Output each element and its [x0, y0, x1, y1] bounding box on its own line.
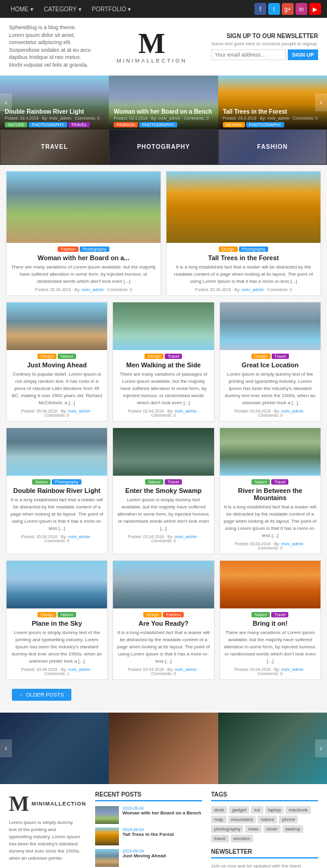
newsletter-email-input[interactable] [211, 49, 286, 60]
category-fashion[interactable]: FASHION [218, 129, 327, 165]
tag-fashion-ayr[interactable]: Fashion [163, 612, 184, 617]
recent-posts-title: RECENT POSTS [95, 791, 202, 801]
featured-2-tags: Design Photography [170, 246, 317, 252]
tag-travel-bio[interactable]: Travel [271, 612, 288, 617]
footer-right: TAGS desk gadget ice laptop macbook map … [211, 791, 318, 868]
twitter-icon[interactable]: t [268, 3, 280, 15]
mw-author[interactable]: mxlv_admin [175, 409, 197, 413]
tag-macbook[interactable]: macbook [285, 806, 310, 814]
tag-travel[interactable]: TRAVEL [68, 122, 90, 127]
gi-author[interactable]: mxlv_admin [281, 409, 303, 413]
nav-portfolio[interactable]: PORTFOLIO ▾ [87, 0, 136, 18]
slider-next-button[interactable]: › [315, 93, 327, 111]
category-travel[interactable]: TRAVEL [0, 129, 109, 165]
gallery-prev-button[interactable]: ‹ [0, 739, 12, 757]
author-link[interactable]: mxlv_admin [81, 288, 103, 292]
tag-design-ps[interactable]: Design [37, 612, 56, 617]
blog-card-great-ice: Design Travel Great Ice Location Lorem i… [219, 302, 321, 421]
instagram-icon[interactable]: in [295, 3, 307, 15]
tag-design-mw[interactable]: Design [144, 354, 164, 359]
youtube-icon[interactable]: ▶ [309, 3, 321, 15]
tag-fashion-f1[interactable]: Fashion [58, 246, 78, 252]
river-mountains-meta: Posted: 03.04.2016 · By: mxlv_admin · Co… [224, 542, 317, 550]
river-mountains-image [220, 428, 320, 476]
google-plus-icon[interactable]: g+ [282, 3, 294, 15]
tag-nature-rm[interactable]: Nature [251, 479, 270, 485]
tag-nature-bio[interactable]: Nature [251, 612, 270, 617]
are-you-ready-excerpt: It is a long established fact that a rea… [117, 629, 210, 665]
tag-swamp[interactable]: swamp [282, 825, 303, 833]
ayr-author[interactable]: mxlv_admin [175, 667, 197, 672]
ss-author[interactable]: mxlv_admin [175, 535, 197, 539]
bring-it-on-excerpt: There are many variations of Lorem ipsum… [224, 629, 317, 665]
tag-relax[interactable]: relax [245, 825, 261, 833]
tag-design-f2[interactable]: Design [219, 246, 238, 252]
slide-2-title: Woman with her Board on a Bench [114, 108, 213, 115]
rainbow-river-body: Nature Photography Double Rainbow River … [7, 476, 107, 547]
tag-nature[interactable]: nature [257, 816, 277, 823]
rr-author[interactable]: mxlv_admin [68, 535, 90, 539]
tag-design-gi[interactable]: Design [251, 354, 271, 359]
great-ice-tags: Design Travel [224, 354, 317, 359]
featured-row: Fashion Photography Woman with her Board… [6, 171, 321, 296]
tag-photo2[interactable]: PHOTOGRAPHY [246, 122, 284, 127]
tag-nature-rr[interactable]: Nature [32, 479, 51, 485]
nav-category[interactable]: CATEGORY ▾ [39, 0, 86, 18]
tag-phone[interactable]: phone [279, 816, 298, 823]
tag-travel-ss[interactable]: Travel [165, 479, 182, 485]
tag-nature-ss[interactable]: Nature [145, 479, 164, 485]
tag-wooden[interactable]: wooden [231, 835, 253, 842]
ps-author[interactable]: mxlv_admin [68, 667, 90, 672]
gallery-next-button[interactable]: › [315, 739, 327, 757]
category-photography[interactable]: PHOTOGRAPHY [109, 129, 218, 165]
tag-laptop[interactable]: laptop [265, 806, 284, 814]
are-you-ready-meta: Posted: 03.04.2016 · By: mxlv_admin · Co… [117, 667, 210, 676]
bio-author[interactable]: mxlv_admin [281, 667, 303, 672]
newsletter-signup-button[interactable]: SIGN UP [288, 49, 318, 60]
tag-ice[interactable]: ice [251, 806, 263, 814]
slider-prev-button[interactable]: ‹ [0, 93, 12, 111]
tag-design-ayr[interactable]: Design [143, 612, 162, 617]
tag-travel-rm[interactable]: Travel [271, 479, 288, 485]
tag-gadget[interactable]: gadget [229, 806, 249, 814]
recent-post-3-title[interactable]: Just Moving Ahead [122, 853, 202, 858]
jm-author[interactable]: mxlv_admin [68, 409, 90, 413]
tag-photography[interactable]: PHOTOGRAPHY [29, 122, 67, 127]
tag-desk[interactable]: desk [211, 806, 227, 814]
slide-3: Tall Trees in the Forest Posted: 03.4.20… [218, 76, 327, 129]
tag-nature-ps[interactable]: Nature [58, 612, 76, 617]
tag-map[interactable]: map [211, 816, 227, 823]
recent-post-2-title[interactable]: Tall Trees in the Forest [122, 832, 202, 837]
men-walking-title: Men Walking at the Side [117, 361, 210, 369]
featured-2-image [166, 171, 320, 243]
tag-nature-jm[interactable]: Nature [58, 354, 76, 359]
facebook-icon[interactable]: f [254, 3, 266, 15]
recent-post-1-title[interactable]: Woman with her Board on a Bench [122, 810, 202, 816]
footer-logo-section: M MINIMALLECTION Lorem ipsum is simply d… [9, 791, 86, 868]
tag-photography[interactable]: photography [211, 825, 243, 833]
tag-photo-f2[interactable]: Photography [239, 246, 269, 252]
featured-2-body: Design Photography Tall Trees in the For… [166, 243, 320, 295]
tag-design-jm[interactable]: Design [37, 354, 56, 359]
tag-mountains[interactable]: mountains [228, 816, 256, 823]
tag-photo-rr[interactable]: Photography [52, 479, 81, 485]
featured-1-image [7, 171, 161, 243]
footer-newsletter-section: NEWSLETTER Join us now and be updated wi… [211, 848, 318, 868]
nav-home[interactable]: HOME ▾ [6, 0, 38, 18]
author-link-2[interactable]: mxlv_admin [241, 288, 263, 292]
older-posts-button[interactable]: ← OLDER POSTS [12, 689, 71, 701]
tag-silver[interactable]: silver [263, 825, 281, 833]
tag-travel[interactable]: travel [211, 835, 229, 842]
gallery-slide-1 [0, 713, 109, 784]
tag-travel-gi[interactable]: Travel [272, 354, 289, 359]
footer-inner: M MINIMALLECTION Lorem ipsum is simply d… [9, 791, 318, 868]
tag-photo[interactable]: PHOTOGRAPHY [139, 122, 177, 127]
tag-nature[interactable]: NATURE [5, 122, 27, 127]
header-about: SphereBlug is a blog theme. Lorem ipsum … [9, 24, 92, 69]
photography-label: PHOTOGRAPHY [109, 130, 217, 164]
rm-author[interactable]: mxlv_admin [281, 542, 303, 546]
tag-travel-mw[interactable]: Travel [165, 354, 182, 359]
tag-design[interactable]: DESIGN [223, 122, 245, 127]
tag-photo-f1[interactable]: Photography [80, 246, 109, 252]
tag-fashion[interactable]: FASHION [114, 122, 138, 127]
